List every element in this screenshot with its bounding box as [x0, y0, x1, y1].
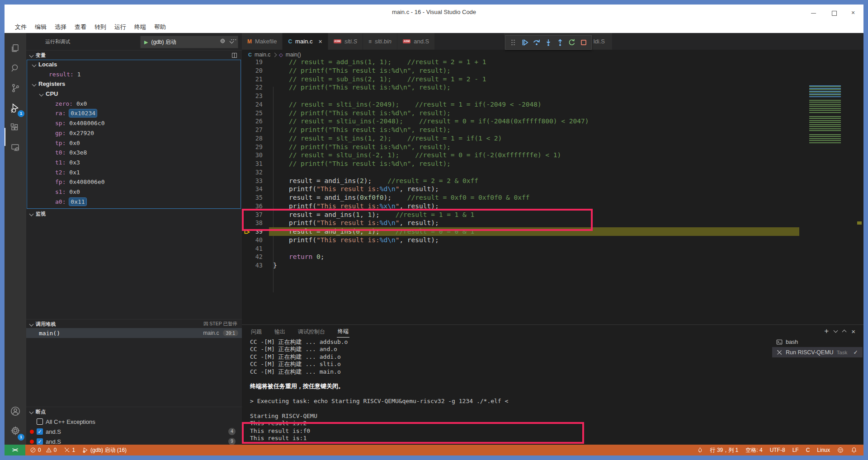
line-number[interactable]: 22 [242, 83, 269, 92]
code-line-36[interactable]: 36 printf("This result is:%x\n", result)… [242, 202, 863, 211]
code-line-37[interactable]: 37 result = and_ins(1, 1); //result = 1 … [242, 211, 863, 219]
maximize-button[interactable] [827, 7, 841, 18]
line-number[interactable]: 38 [242, 219, 269, 227]
register-row[interactable]: t2: 0x1 [26, 168, 242, 178]
line-number[interactable]: 39 [242, 227, 269, 236]
breadcrumb-file[interactable]: main.c [255, 52, 270, 58]
code-line-42[interactable]: 42 return 0; [242, 253, 863, 261]
remote-indicator[interactable]: >< [5, 445, 25, 455]
code-line-28[interactable]: 28 // result = slt_ins(1, 2); //result =… [242, 134, 863, 143]
line-number[interactable]: 30 [242, 151, 269, 160]
code-editor[interactable]: 19 // result = add_ins(1, 1); //result =… [242, 60, 863, 324]
menu-item-4[interactable]: 转到 [90, 22, 110, 33]
language-mode[interactable]: C [806, 445, 810, 455]
register-row[interactable]: a0: 0x11 [26, 197, 242, 207]
code-line-23[interactable]: 23 [242, 92, 863, 100]
code-line-33[interactable]: 33 result = andi_ins(2); //result = 2 = … [242, 177, 863, 185]
checkbox-unchecked[interactable] [37, 418, 43, 425]
register-row[interactable]: s1: 0x0 [26, 187, 242, 197]
close-panel-icon[interactable]: × [851, 328, 855, 335]
line-number[interactable]: 20 [242, 66, 269, 75]
search-icon[interactable] [5, 58, 26, 78]
code-line-27[interactable]: 27 // printf("This result is:%d\n", resu… [242, 126, 863, 134]
register-row[interactable]: sp: 0x408006c0 [26, 118, 242, 128]
line-number[interactable]: 31 [242, 160, 269, 168]
step-out-button[interactable] [555, 38, 565, 47]
line-number[interactable]: 25 [242, 109, 269, 117]
toolbar-drag-grip[interactable] [508, 38, 518, 47]
menu-item-5[interactable]: 运行 [110, 22, 130, 33]
register-row[interactable]: ra: 0x10234 [26, 108, 242, 118]
line-number[interactable]: 23 [242, 92, 269, 100]
tab-slti-s[interactable]: ASM slti.S [328, 33, 363, 50]
menu-item-7[interactable]: 帮助 [150, 22, 170, 33]
breakpoint-row[interactable]: ✓ and.S 4 [26, 427, 242, 437]
cursor-position[interactable]: 行 39，列 1 [710, 445, 739, 455]
indentation[interactable]: 空格: 4 [745, 445, 762, 455]
tab-output[interactable]: 输出 [274, 326, 286, 338]
more-actions-icon[interactable]: ⋯ [231, 36, 237, 43]
line-number[interactable]: 21 [242, 75, 269, 84]
tab-slti-bin[interactable]: ≡ slti.bin [363, 33, 397, 50]
code-line-19[interactable]: 19 // result = add_ins(1, 1); //result =… [242, 60, 863, 66]
flame-status-icon[interactable] [697, 445, 703, 455]
code-line-43[interactable]: 43} [242, 261, 863, 270]
breakpoint-row-exceptions[interactable]: All C++ Exceptions [26, 417, 242, 427]
stack-frame-row[interactable]: main() main.c 39:1 [26, 328, 242, 338]
variable-row[interactable]: result: 1 [26, 70, 242, 80]
encoding[interactable]: UTF-8 [770, 445, 785, 455]
account-icon[interactable] [5, 401, 26, 421]
terminal-output[interactable]: CC -[M] 正在构建 ... addsub.oCC -[M] 正在构建 ..… [250, 338, 769, 445]
step-over-button[interactable] [532, 38, 542, 47]
code-line-29[interactable]: 29 // printf("This result is:%d\n", resu… [242, 143, 863, 151]
menu-item-1[interactable]: 编辑 [31, 22, 51, 33]
maximize-panel-icon[interactable] [842, 330, 847, 334]
code-line-22[interactable]: 22 // printf("This result is:%d\n", resu… [242, 83, 863, 92]
code-line-26[interactable]: 26 // result = sltiu_ins(-2048); //resul… [242, 117, 863, 126]
stop-button[interactable] [579, 38, 589, 47]
line-number[interactable]: 24 [242, 100, 269, 109]
tab-makefile[interactable]: M Makefile [242, 33, 283, 50]
chevron-down-icon[interactable] [834, 329, 838, 333]
source-control-icon[interactable] [5, 78, 26, 98]
problems-status[interactable]: 0 0 [30, 445, 57, 455]
continue-button[interactable] [520, 38, 530, 47]
line-number[interactable]: 28 [242, 134, 269, 143]
close-button[interactable]: × [846, 7, 860, 18]
line-number[interactable]: 40 [242, 236, 269, 244]
debug-session-status[interactable]: (gdb) 启动 (16) [82, 445, 127, 455]
run-and-debug-icon[interactable]: 1 [5, 98, 26, 118]
line-number[interactable]: 26 [242, 117, 269, 126]
tab-terminal[interactable]: 终端 [337, 326, 349, 338]
menu-item-6[interactable]: 终端 [130, 22, 150, 33]
new-terminal-icon[interactable]: + [824, 327, 829, 336]
notifications-bell-icon[interactable] [851, 445, 857, 455]
code-line-25[interactable]: 25 // printf("This result is:%d\n", resu… [242, 109, 863, 117]
line-number[interactable]: 33 [242, 177, 269, 185]
code-line-41[interactable]: 41 [242, 244, 863, 253]
register-row[interactable]: tp: 0x0 [26, 138, 242, 148]
settings-gear-icon[interactable]: 1 [5, 421, 26, 441]
line-number[interactable]: 19 [242, 60, 269, 66]
checkbox-checked[interactable]: ✓ [37, 438, 43, 445]
explorer-icon[interactable] [5, 38, 26, 58]
remote-explorer-icon[interactable] [5, 138, 26, 158]
checkbox-checked[interactable]: ✓ [37, 428, 43, 435]
register-row[interactable]: fp: 0x408006e0 [26, 177, 242, 187]
tab-problems[interactable]: 问题 [250, 326, 263, 338]
close-tab-icon[interactable]: × [318, 38, 322, 45]
code-line-39[interactable]: 39 result = and_ins(0, 1); //result = 0 … [242, 227, 863, 236]
minimap[interactable] [809, 85, 842, 162]
code-line-34[interactable]: 34 printf("This result is:%d\n", result)… [242, 185, 863, 193]
register-row[interactable]: t0: 0x3e8 [26, 148, 242, 158]
menu-item-2[interactable]: 选择 [51, 22, 71, 33]
line-number[interactable]: 43 [242, 261, 269, 270]
callstack-section-header[interactable]: 调用堆栈 因 STEP 已暂停 [26, 319, 242, 329]
step-into-button[interactable] [543, 38, 553, 47]
line-number[interactable]: 37 [242, 211, 269, 219]
panel-split-icon[interactable] [231, 52, 237, 58]
register-row[interactable]: gp: 0x27920 [26, 128, 242, 138]
line-number[interactable]: 27 [242, 126, 269, 134]
feedback-icon[interactable] [837, 445, 844, 455]
start-debug-icon[interactable]: ▶ [144, 39, 148, 45]
